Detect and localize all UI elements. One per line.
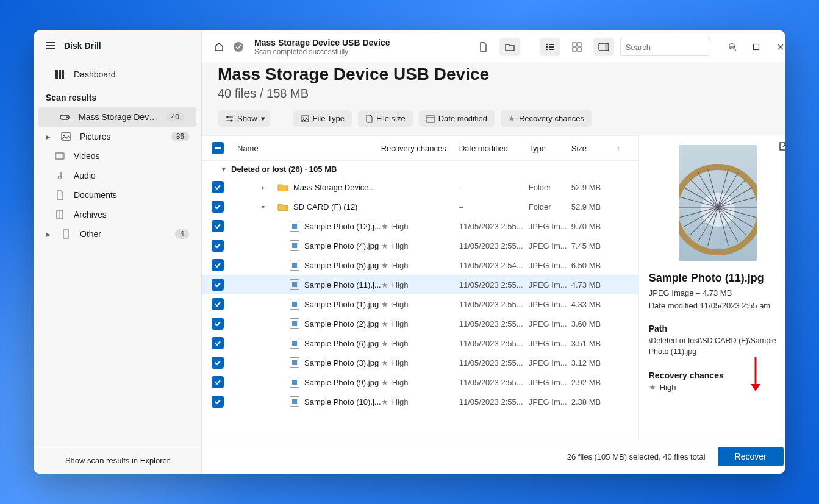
- folder-view-button[interactable]: [499, 38, 520, 56]
- table-row[interactable]: Sample Photo (2).jpg★High11/05/2023 2:55…: [202, 314, 638, 333]
- svg-point-35: [230, 119, 232, 121]
- sidebar-item-dashboard[interactable]: Dashboard: [34, 65, 201, 84]
- select-all-checkbox[interactable]: [212, 142, 224, 154]
- sidebar-item-audio[interactable]: Audio: [34, 166, 201, 185]
- table-row[interactable]: Sample Photo (4).jpg★High11/05/2023 2:55…: [202, 236, 638, 255]
- recovery-filter-button[interactable]: ★ Recovery chances: [501, 110, 592, 127]
- recover-button[interactable]: Recover: [718, 447, 784, 466]
- cell-recovery: ★High: [381, 358, 459, 367]
- chevron-down-icon[interactable]: ▾: [262, 204, 273, 210]
- sidebar-item-other[interactable]: ▶ Other 4: [34, 224, 201, 244]
- footer-bar: 26 files (105 MB) selected, 40 files tot…: [202, 439, 785, 474]
- row-checkbox[interactable]: [212, 396, 224, 408]
- disk-icon: [59, 113, 70, 121]
- sidebar-item-pictures[interactable]: ▶ Pictures 36: [34, 127, 201, 146]
- row-checkbox[interactable]: [212, 357, 224, 369]
- popout-icon[interactable]: [779, 141, 785, 151]
- svg-point-10: [66, 117, 68, 118]
- row-checkbox[interactable]: [212, 201, 224, 213]
- cell-type: JPEG Im...: [529, 241, 571, 250]
- row-checkbox[interactable]: [212, 259, 224, 271]
- sidebar-item-videos[interactable]: Videos: [34, 146, 201, 166]
- cell-name: Sample Photo (3).jpg: [232, 357, 381, 368]
- svg-rect-28: [573, 48, 576, 51]
- star-icon: ★: [508, 114, 515, 123]
- footer-status: 26 files (105 MB) selected, 40 files tot…: [567, 452, 706, 461]
- search-input[interactable]: [626, 43, 728, 52]
- column-header-recovery[interactable]: Recovery chances: [381, 144, 459, 153]
- column-header-type[interactable]: Type: [529, 144, 571, 153]
- chevron-right-icon[interactable]: ▸: [262, 184, 273, 191]
- preview-pane-button[interactable]: [593, 38, 614, 56]
- table-row[interactable]: Sample Photo (3).jpg★High11/05/2023 2:55…: [202, 353, 638, 372]
- sidebar-item-archives[interactable]: Archives: [34, 205, 201, 224]
- toolbar-title-block: Mass Storage Device USB Device Scan comp…: [254, 38, 390, 56]
- show-in-explorer-button[interactable]: Show scan results in Explorer: [34, 447, 201, 474]
- sort-arrow-icon[interactable]: ↑: [617, 144, 629, 153]
- svg-rect-4: [59, 73, 61, 76]
- sidebar-item-label: Other: [80, 229, 166, 239]
- table-row[interactable]: Sample Photo (12).j...★High11/05/2023 2:…: [202, 216, 638, 236]
- table-row[interactable]: Sample Photo (6).jpg★High11/05/2023 2:55…: [202, 333, 638, 353]
- maximize-button[interactable]: [751, 41, 762, 52]
- row-checkbox[interactable]: [212, 337, 224, 349]
- table-row[interactable]: ▸Mass Storage Device...–Folder52.9 MB: [202, 177, 638, 197]
- star-icon: ★: [381, 300, 388, 309]
- row-checkbox[interactable]: [212, 376, 224, 388]
- column-header-date[interactable]: Date modified: [459, 144, 529, 153]
- row-checkbox[interactable]: [212, 279, 224, 291]
- file-name: Sample Photo (9).jpg: [304, 378, 379, 387]
- file-type-filter-button[interactable]: File Type: [293, 110, 352, 127]
- star-icon: ★: [381, 261, 388, 270]
- list-view-button[interactable]: [540, 38, 560, 56]
- minimize-button[interactable]: [726, 41, 737, 52]
- table-row[interactable]: Sample Photo (11).j...★High11/05/2023 2:…: [202, 275, 638, 294]
- heading-area: Mass Storage Device USB Device 40 files …: [202, 62, 785, 110]
- cell-type: JPEG Im...: [529, 280, 571, 289]
- cell-date: 11/05/2023 2:54...: [459, 261, 529, 270]
- page-subtitle: 40 files / 158 MB: [218, 87, 781, 101]
- table-row[interactable]: Sample Photo (10).j...★High11/05/2023 2:…: [202, 392, 638, 411]
- file-size-filter-button[interactable]: File size: [358, 110, 413, 127]
- row-checkbox[interactable]: [212, 298, 224, 310]
- file-view-button[interactable]: [473, 38, 493, 56]
- table-row[interactable]: ▾SD CARD (F) (12)–Folder52.9 MB: [202, 197, 638, 216]
- cell-type: JPEG Im...: [529, 397, 571, 406]
- table-row[interactable]: Sample Photo (9).jpg★High11/05/2023 2:55…: [202, 372, 638, 392]
- sidebar-item-documents[interactable]: Documents: [34, 185, 201, 205]
- group-row[interactable]: ▾ Deleted or lost (26) · 105 MB: [202, 161, 638, 177]
- row-checkbox[interactable]: [212, 318, 224, 330]
- chevron-down-icon: ▾: [261, 114, 265, 123]
- preview-recovery: ★ High: [649, 383, 785, 392]
- menu-icon[interactable]: [46, 42, 55, 49]
- check-badge-icon: [232, 41, 245, 53]
- svg-point-34: [226, 116, 228, 118]
- cell-date: 11/05/2023 2:55...: [459, 339, 529, 348]
- filter-bar: Show ▾ File Type File size Date modified…: [202, 110, 785, 135]
- row-checkbox[interactable]: [212, 181, 224, 193]
- search-box[interactable]: [620, 38, 710, 56]
- sidebar-item-label: Audio: [74, 171, 189, 180]
- cell-type: JPEG Im...: [529, 358, 571, 367]
- row-checkbox[interactable]: [212, 240, 224, 252]
- row-checkbox[interactable]: [212, 220, 224, 232]
- file-name: Sample Photo (4).jpg: [304, 241, 379, 250]
- sidebar-nav: Dashboard Scan results Mass Storage Devi…: [34, 61, 201, 447]
- cell-type: JPEG Im...: [529, 261, 571, 270]
- show-filter-button[interactable]: Show ▾: [218, 110, 270, 127]
- column-header-name[interactable]: Name: [232, 144, 381, 153]
- sidebar-badge: 4: [175, 229, 189, 239]
- cell-size: 2.38 MB: [571, 397, 617, 406]
- sidebar-item-device[interactable]: Mass Storage Device USB... 40: [38, 107, 196, 127]
- cell-size: 52.9 MB: [571, 202, 617, 211]
- table-row[interactable]: Sample Photo (1).jpg★High11/05/2023 2:55…: [202, 294, 638, 314]
- chevron-down-icon[interactable]: ▾: [216, 165, 231, 173]
- grid-view-button[interactable]: [567, 38, 587, 56]
- home-icon[interactable]: [213, 41, 225, 53]
- column-header-size[interactable]: Size: [571, 144, 617, 153]
- table-row[interactable]: Sample Photo (5).jpg★High11/05/2023 2:54…: [202, 255, 638, 275]
- close-button[interactable]: [775, 41, 785, 52]
- date-filter-button[interactable]: Date modified: [419, 110, 495, 127]
- toolbar-title: Mass Storage Device USB Device: [254, 38, 390, 48]
- sidebar-badge: 36: [171, 132, 189, 141]
